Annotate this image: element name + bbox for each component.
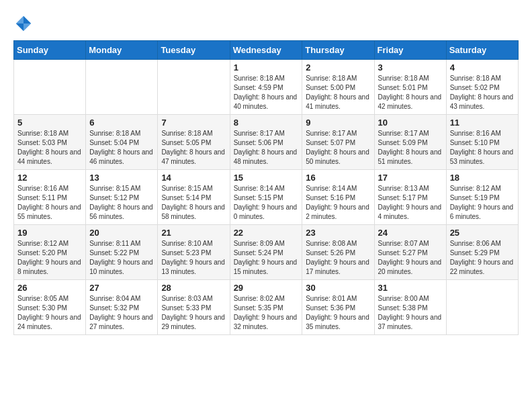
day-info: Sunrise: 8:18 AM Sunset: 5:00 PM Dayligh…	[306, 74, 370, 111]
day-info: Sunrise: 8:08 AM Sunset: 5:26 PM Dayligh…	[306, 239, 370, 277]
week-row-3: 12Sunrise: 8:16 AM Sunset: 5:11 PM Dayli…	[14, 170, 519, 225]
svg-marker-3	[16, 24, 24, 31]
weekday-header-saturday: Saturday	[446, 41, 518, 60]
week-row-4: 19Sunrise: 8:12 AM Sunset: 5:20 PM Dayli…	[14, 225, 519, 280]
day-info: Sunrise: 8:17 AM Sunset: 5:06 PM Dayligh…	[234, 129, 299, 167]
calendar-cell: 2Sunrise: 8:18 AM Sunset: 5:00 PM Daylig…	[302, 60, 374, 115]
calendar-cell: 9Sunrise: 8:17 AM Sunset: 5:07 PM Daylig…	[302, 115, 374, 170]
day-number: 13	[89, 173, 154, 183]
day-number: 31	[378, 283, 443, 293]
calendar-cell: 11Sunrise: 8:16 AM Sunset: 5:10 PM Dayli…	[446, 115, 518, 170]
day-number: 10	[378, 118, 443, 128]
calendar-cell: 4Sunrise: 8:18 AM Sunset: 5:02 PM Daylig…	[446, 60, 518, 115]
day-info: Sunrise: 8:13 AM Sunset: 5:17 PM Dayligh…	[378, 184, 443, 222]
day-info: Sunrise: 8:07 AM Sunset: 5:27 PM Dayligh…	[378, 239, 443, 277]
day-info: Sunrise: 8:09 AM Sunset: 5:24 PM Dayligh…	[234, 239, 299, 277]
calendar-cell: 8Sunrise: 8:17 AM Sunset: 5:06 PM Daylig…	[230, 115, 302, 170]
day-number: 2	[306, 62, 370, 73]
calendar-cell: 14Sunrise: 8:15 AM Sunset: 5:14 PM Dayli…	[158, 170, 230, 225]
calendar-cell: 25Sunrise: 8:06 AM Sunset: 5:29 PM Dayli…	[446, 225, 518, 280]
calendar-cell: 27Sunrise: 8:04 AM Sunset: 5:32 PM Dayli…	[86, 280, 158, 335]
day-number: 23	[306, 228, 370, 238]
day-info: Sunrise: 8:17 AM Sunset: 5:09 PM Dayligh…	[378, 129, 443, 167]
day-info: Sunrise: 8:12 AM Sunset: 5:20 PM Dayligh…	[17, 239, 82, 277]
day-info: Sunrise: 8:11 AM Sunset: 5:22 PM Dayligh…	[89, 239, 154, 277]
calendar-cell: 26Sunrise: 8:05 AM Sunset: 5:30 PM Dayli…	[14, 280, 86, 335]
day-number: 19	[17, 228, 82, 238]
day-info: Sunrise: 8:10 AM Sunset: 5:23 PM Dayligh…	[161, 239, 226, 277]
svg-marker-0	[24, 16, 31, 24]
day-info: Sunrise: 8:18 AM Sunset: 5:03 PM Dayligh…	[17, 129, 82, 167]
day-number: 26	[17, 283, 82, 293]
day-info: Sunrise: 8:02 AM Sunset: 5:35 PM Dayligh…	[234, 294, 299, 332]
day-info: Sunrise: 8:14 AM Sunset: 5:15 PM Dayligh…	[234, 184, 299, 222]
weekday-header-row: SundayMondayTuesdayWednesdayThursdayFrid…	[14, 41, 519, 60]
day-number: 9	[306, 118, 370, 128]
weekday-header-sunday: Sunday	[14, 41, 86, 60]
day-number: 6	[89, 118, 154, 128]
svg-marker-2	[24, 24, 31, 31]
day-info: Sunrise: 8:04 AM Sunset: 5:32 PM Dayligh…	[89, 294, 154, 332]
day-info: Sunrise: 8:06 AM Sunset: 5:29 PM Dayligh…	[450, 239, 515, 277]
calendar-cell: 7Sunrise: 8:18 AM Sunset: 5:05 PM Daylig…	[158, 115, 230, 170]
header	[13, 13, 519, 34]
day-number: 4	[450, 62, 515, 73]
day-number: 16	[306, 173, 370, 183]
weekday-header-friday: Friday	[374, 41, 446, 60]
week-row-1: 1Sunrise: 8:18 AM Sunset: 4:59 PM Daylig…	[14, 60, 519, 115]
day-number: 8	[234, 118, 299, 128]
day-info: Sunrise: 8:18 AM Sunset: 5:01 PM Dayligh…	[378, 74, 443, 111]
day-info: Sunrise: 8:01 AM Sunset: 5:36 PM Dayligh…	[306, 294, 370, 332]
calendar-cell: 31Sunrise: 8:00 AM Sunset: 5:38 PM Dayli…	[374, 280, 446, 335]
day-number: 15	[234, 173, 299, 183]
calendar-cell: 21Sunrise: 8:10 AM Sunset: 5:23 PM Dayli…	[158, 225, 230, 280]
day-info: Sunrise: 8:14 AM Sunset: 5:16 PM Dayligh…	[306, 184, 370, 222]
calendar-cell: 3Sunrise: 8:18 AM Sunset: 5:01 PM Daylig…	[374, 60, 446, 115]
calendar-cell: 28Sunrise: 8:03 AM Sunset: 5:33 PM Dayli…	[158, 280, 230, 335]
weekday-header-tuesday: Tuesday	[158, 41, 230, 60]
page: SundayMondayTuesdayWednesdayThursdayFrid…	[0, 0, 532, 342]
day-number: 1	[234, 62, 299, 73]
day-number: 28	[161, 283, 226, 293]
calendar-cell: 30Sunrise: 8:01 AM Sunset: 5:36 PM Dayli…	[302, 280, 374, 335]
day-info: Sunrise: 8:12 AM Sunset: 5:19 PM Dayligh…	[450, 184, 515, 222]
day-number: 27	[89, 283, 154, 293]
logo	[13, 13, 36, 34]
calendar-cell: 6Sunrise: 8:18 AM Sunset: 5:04 PM Daylig…	[86, 115, 158, 170]
calendar-cell	[446, 280, 518, 335]
calendar-cell: 19Sunrise: 8:12 AM Sunset: 5:20 PM Dayli…	[14, 225, 86, 280]
calendar-cell: 20Sunrise: 8:11 AM Sunset: 5:22 PM Dayli…	[86, 225, 158, 280]
week-row-5: 26Sunrise: 8:05 AM Sunset: 5:30 PM Dayli…	[14, 280, 519, 335]
calendar-cell: 15Sunrise: 8:14 AM Sunset: 5:15 PM Dayli…	[230, 170, 302, 225]
weekday-header-monday: Monday	[86, 41, 158, 60]
day-info: Sunrise: 8:18 AM Sunset: 5:05 PM Dayligh…	[161, 129, 226, 167]
calendar-cell: 29Sunrise: 8:02 AM Sunset: 5:35 PM Dayli…	[230, 280, 302, 335]
calendar-cell	[86, 60, 158, 115]
weekday-header-thursday: Thursday	[302, 41, 374, 60]
day-number: 17	[378, 173, 443, 183]
day-info: Sunrise: 8:17 AM Sunset: 5:07 PM Dayligh…	[306, 129, 370, 167]
day-number: 29	[234, 283, 299, 293]
day-number: 3	[378, 62, 443, 73]
day-number: 21	[161, 228, 226, 238]
day-number: 25	[450, 228, 515, 238]
calendar-cell: 24Sunrise: 8:07 AM Sunset: 5:27 PM Dayli…	[374, 225, 446, 280]
day-info: Sunrise: 8:18 AM Sunset: 4:59 PM Dayligh…	[234, 74, 299, 111]
svg-marker-1	[16, 16, 24, 24]
day-info: Sunrise: 8:16 AM Sunset: 5:10 PM Dayligh…	[450, 129, 515, 167]
logo-icon	[13, 13, 34, 34]
week-row-2: 5Sunrise: 8:18 AM Sunset: 5:03 PM Daylig…	[14, 115, 519, 170]
day-info: Sunrise: 8:03 AM Sunset: 5:33 PM Dayligh…	[161, 294, 226, 332]
calendar-cell	[14, 60, 86, 115]
day-info: Sunrise: 8:18 AM Sunset: 5:04 PM Dayligh…	[89, 129, 154, 167]
calendar: SundayMondayTuesdayWednesdayThursdayFrid…	[13, 40, 519, 335]
calendar-cell	[158, 60, 230, 115]
calendar-cell: 1Sunrise: 8:18 AM Sunset: 4:59 PM Daylig…	[230, 60, 302, 115]
day-number: 11	[450, 118, 515, 128]
day-info: Sunrise: 8:00 AM Sunset: 5:38 PM Dayligh…	[378, 294, 443, 332]
weekday-header-wednesday: Wednesday	[230, 41, 302, 60]
day-info: Sunrise: 8:16 AM Sunset: 5:11 PM Dayligh…	[17, 184, 82, 222]
day-number: 18	[450, 173, 515, 183]
day-info: Sunrise: 8:18 AM Sunset: 5:02 PM Dayligh…	[450, 74, 515, 111]
calendar-cell: 23Sunrise: 8:08 AM Sunset: 5:26 PM Dayli…	[302, 225, 374, 280]
